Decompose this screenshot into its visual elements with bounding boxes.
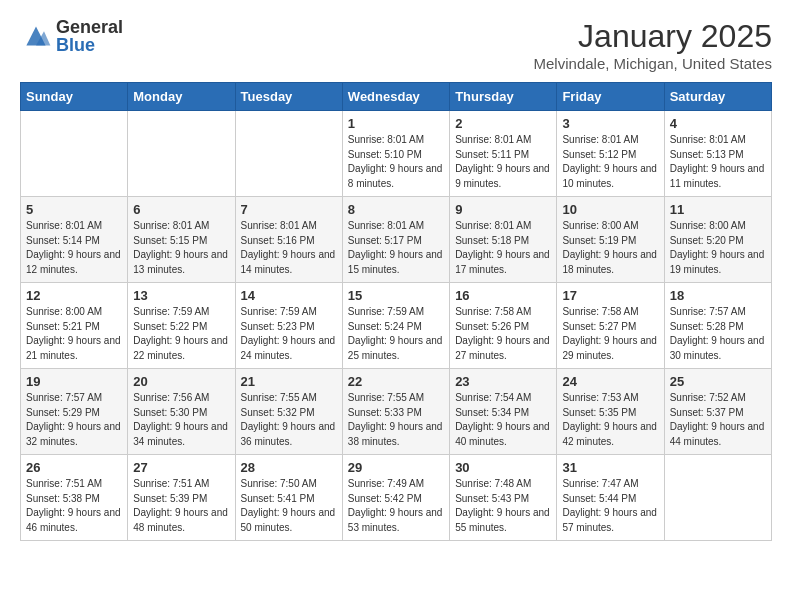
weekday-header: Thursday: [450, 83, 557, 111]
day-number: 6: [133, 202, 229, 217]
calendar-cell: 11Sunrise: 8:00 AM Sunset: 5:20 PM Dayli…: [664, 197, 771, 283]
day-number: 18: [670, 288, 766, 303]
cell-content: Sunrise: 8:01 AM Sunset: 5:11 PM Dayligh…: [455, 133, 551, 191]
cell-content: Sunrise: 7:59 AM Sunset: 5:23 PM Dayligh…: [241, 305, 337, 363]
cell-content: Sunrise: 7:52 AM Sunset: 5:37 PM Dayligh…: [670, 391, 766, 449]
calendar-header-row: SundayMondayTuesdayWednesdayThursdayFrid…: [21, 83, 772, 111]
month-title: January 2025: [534, 18, 772, 55]
calendar-cell: 31Sunrise: 7:47 AM Sunset: 5:44 PM Dayli…: [557, 455, 664, 541]
cell-content: Sunrise: 8:01 AM Sunset: 5:10 PM Dayligh…: [348, 133, 444, 191]
calendar-cell: [235, 111, 342, 197]
calendar-cell: 27Sunrise: 7:51 AM Sunset: 5:39 PM Dayli…: [128, 455, 235, 541]
calendar-table: SundayMondayTuesdayWednesdayThursdayFrid…: [20, 82, 772, 541]
day-number: 15: [348, 288, 444, 303]
cell-content: Sunrise: 7:55 AM Sunset: 5:32 PM Dayligh…: [241, 391, 337, 449]
day-number: 26: [26, 460, 122, 475]
calendar-cell: 19Sunrise: 7:57 AM Sunset: 5:29 PM Dayli…: [21, 369, 128, 455]
cell-content: Sunrise: 7:58 AM Sunset: 5:27 PM Dayligh…: [562, 305, 658, 363]
cell-content: Sunrise: 7:50 AM Sunset: 5:41 PM Dayligh…: [241, 477, 337, 535]
cell-content: Sunrise: 7:57 AM Sunset: 5:28 PM Dayligh…: [670, 305, 766, 363]
calendar-cell: 15Sunrise: 7:59 AM Sunset: 5:24 PM Dayli…: [342, 283, 449, 369]
weekday-header: Sunday: [21, 83, 128, 111]
logo-text: General Blue: [56, 18, 123, 54]
page: General Blue January 2025 Melvindale, Mi…: [0, 0, 792, 559]
calendar-cell: 18Sunrise: 7:57 AM Sunset: 5:28 PM Dayli…: [664, 283, 771, 369]
cell-content: Sunrise: 8:01 AM Sunset: 5:14 PM Dayligh…: [26, 219, 122, 277]
weekday-header: Friday: [557, 83, 664, 111]
title-block: January 2025 Melvindale, Michigan, Unite…: [534, 18, 772, 72]
logo-icon: [20, 20, 52, 52]
day-number: 31: [562, 460, 658, 475]
calendar-week-row: 19Sunrise: 7:57 AM Sunset: 5:29 PM Dayli…: [21, 369, 772, 455]
cell-content: Sunrise: 7:53 AM Sunset: 5:35 PM Dayligh…: [562, 391, 658, 449]
day-number: 12: [26, 288, 122, 303]
cell-content: Sunrise: 7:58 AM Sunset: 5:26 PM Dayligh…: [455, 305, 551, 363]
cell-content: Sunrise: 7:47 AM Sunset: 5:44 PM Dayligh…: [562, 477, 658, 535]
day-number: 4: [670, 116, 766, 131]
calendar-cell: 22Sunrise: 7:55 AM Sunset: 5:33 PM Dayli…: [342, 369, 449, 455]
calendar-cell: 8Sunrise: 8:01 AM Sunset: 5:17 PM Daylig…: [342, 197, 449, 283]
calendar-cell: 4Sunrise: 8:01 AM Sunset: 5:13 PM Daylig…: [664, 111, 771, 197]
calendar-cell: 17Sunrise: 7:58 AM Sunset: 5:27 PM Dayli…: [557, 283, 664, 369]
logo: General Blue: [20, 18, 123, 54]
cell-content: Sunrise: 7:49 AM Sunset: 5:42 PM Dayligh…: [348, 477, 444, 535]
calendar-cell: 5Sunrise: 8:01 AM Sunset: 5:14 PM Daylig…: [21, 197, 128, 283]
cell-content: Sunrise: 7:48 AM Sunset: 5:43 PM Dayligh…: [455, 477, 551, 535]
cell-content: Sunrise: 8:01 AM Sunset: 5:18 PM Dayligh…: [455, 219, 551, 277]
calendar-cell: 13Sunrise: 7:59 AM Sunset: 5:22 PM Dayli…: [128, 283, 235, 369]
calendar-cell: 10Sunrise: 8:00 AM Sunset: 5:19 PM Dayli…: [557, 197, 664, 283]
calendar-cell: 3Sunrise: 8:01 AM Sunset: 5:12 PM Daylig…: [557, 111, 664, 197]
cell-content: Sunrise: 7:56 AM Sunset: 5:30 PM Dayligh…: [133, 391, 229, 449]
cell-content: Sunrise: 7:51 AM Sunset: 5:38 PM Dayligh…: [26, 477, 122, 535]
day-number: 27: [133, 460, 229, 475]
day-number: 8: [348, 202, 444, 217]
calendar-cell: 21Sunrise: 7:55 AM Sunset: 5:32 PM Dayli…: [235, 369, 342, 455]
cell-content: Sunrise: 8:01 AM Sunset: 5:17 PM Dayligh…: [348, 219, 444, 277]
logo-general: General: [56, 18, 123, 36]
cell-content: Sunrise: 7:57 AM Sunset: 5:29 PM Dayligh…: [26, 391, 122, 449]
day-number: 9: [455, 202, 551, 217]
cell-content: Sunrise: 8:01 AM Sunset: 5:16 PM Dayligh…: [241, 219, 337, 277]
day-number: 2: [455, 116, 551, 131]
day-number: 13: [133, 288, 229, 303]
cell-content: Sunrise: 7:59 AM Sunset: 5:22 PM Dayligh…: [133, 305, 229, 363]
day-number: 28: [241, 460, 337, 475]
day-number: 22: [348, 374, 444, 389]
day-number: 19: [26, 374, 122, 389]
calendar-cell: 9Sunrise: 8:01 AM Sunset: 5:18 PM Daylig…: [450, 197, 557, 283]
day-number: 24: [562, 374, 658, 389]
day-number: 16: [455, 288, 551, 303]
calendar-cell: 6Sunrise: 8:01 AM Sunset: 5:15 PM Daylig…: [128, 197, 235, 283]
cell-content: Sunrise: 8:01 AM Sunset: 5:15 PM Dayligh…: [133, 219, 229, 277]
cell-content: Sunrise: 8:01 AM Sunset: 5:13 PM Dayligh…: [670, 133, 766, 191]
calendar-cell: 12Sunrise: 8:00 AM Sunset: 5:21 PM Dayli…: [21, 283, 128, 369]
calendar-cell: 20Sunrise: 7:56 AM Sunset: 5:30 PM Dayli…: [128, 369, 235, 455]
calendar-cell: [664, 455, 771, 541]
day-number: 17: [562, 288, 658, 303]
logo-blue: Blue: [56, 36, 123, 54]
calendar-cell: 23Sunrise: 7:54 AM Sunset: 5:34 PM Dayli…: [450, 369, 557, 455]
cell-content: Sunrise: 8:00 AM Sunset: 5:20 PM Dayligh…: [670, 219, 766, 277]
calendar-cell: 16Sunrise: 7:58 AM Sunset: 5:26 PM Dayli…: [450, 283, 557, 369]
cell-content: Sunrise: 7:55 AM Sunset: 5:33 PM Dayligh…: [348, 391, 444, 449]
day-number: 25: [670, 374, 766, 389]
day-number: 10: [562, 202, 658, 217]
location-title: Melvindale, Michigan, United States: [534, 55, 772, 72]
calendar-cell: 7Sunrise: 8:01 AM Sunset: 5:16 PM Daylig…: [235, 197, 342, 283]
day-number: 5: [26, 202, 122, 217]
calendar-cell: 1Sunrise: 8:01 AM Sunset: 5:10 PM Daylig…: [342, 111, 449, 197]
calendar-cell: 28Sunrise: 7:50 AM Sunset: 5:41 PM Dayli…: [235, 455, 342, 541]
day-number: 23: [455, 374, 551, 389]
cell-content: Sunrise: 7:54 AM Sunset: 5:34 PM Dayligh…: [455, 391, 551, 449]
calendar-cell: 30Sunrise: 7:48 AM Sunset: 5:43 PM Dayli…: [450, 455, 557, 541]
cell-content: Sunrise: 7:59 AM Sunset: 5:24 PM Dayligh…: [348, 305, 444, 363]
calendar-cell: [128, 111, 235, 197]
calendar-week-row: 5Sunrise: 8:01 AM Sunset: 5:14 PM Daylig…: [21, 197, 772, 283]
calendar-cell: 29Sunrise: 7:49 AM Sunset: 5:42 PM Dayli…: [342, 455, 449, 541]
calendar-cell: 25Sunrise: 7:52 AM Sunset: 5:37 PM Dayli…: [664, 369, 771, 455]
weekday-header: Tuesday: [235, 83, 342, 111]
day-number: 21: [241, 374, 337, 389]
cell-content: Sunrise: 8:00 AM Sunset: 5:21 PM Dayligh…: [26, 305, 122, 363]
calendar-cell: 26Sunrise: 7:51 AM Sunset: 5:38 PM Dayli…: [21, 455, 128, 541]
day-number: 20: [133, 374, 229, 389]
